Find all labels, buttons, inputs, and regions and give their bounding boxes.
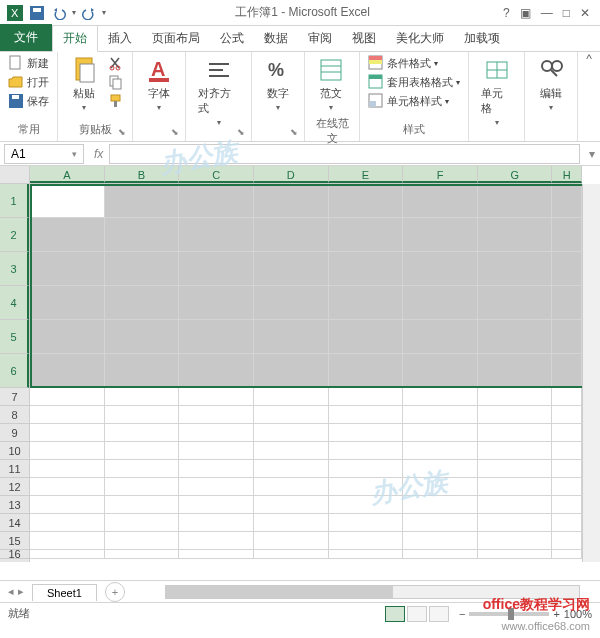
cell[interactable] [478,478,553,496]
zoom-slider[interactable] [469,612,549,616]
tab-page-layout[interactable]: 页面布局 [142,26,210,51]
conditional-format-button[interactable]: 条件格式▾ [366,54,462,72]
cell[interactable] [30,252,105,286]
cell[interactable] [329,460,404,478]
cell[interactable] [552,388,581,406]
tab-data[interactable]: 数据 [254,26,298,51]
cell[interactable] [552,514,581,532]
cell[interactable] [329,406,404,424]
cell[interactable] [552,184,581,218]
cell[interactable] [30,424,105,442]
cell[interactable] [179,252,254,286]
row-header[interactable]: 3 [0,252,29,286]
cell[interactable] [30,550,105,559]
sheet-next-icon[interactable]: ▸ [18,585,24,598]
sheet-tab[interactable]: Sheet1 [32,584,97,601]
cell[interactable] [403,252,478,286]
cell[interactable] [105,442,180,460]
cell[interactable] [30,286,105,320]
cell[interactable] [329,184,404,218]
row-header[interactable]: 7 [0,388,29,406]
cell[interactable] [179,442,254,460]
open-button[interactable]: 打开 [6,73,51,91]
tab-home[interactable]: 开始 [52,25,98,52]
table-format-button[interactable]: 套用表格格式▾ [366,73,462,91]
undo-icon[interactable] [50,4,68,22]
cell[interactable] [105,218,180,252]
cell[interactable] [478,532,553,550]
tab-insert[interactable]: 插入 [98,26,142,51]
cell[interactable] [329,252,404,286]
cell[interactable] [403,218,478,252]
cell[interactable] [105,496,180,514]
cell[interactable] [329,424,404,442]
alignment-button[interactable]: 对齐方式▾ [192,54,245,135]
scroll-thumb[interactable] [166,586,393,598]
cell[interactable] [478,320,553,354]
row-header[interactable]: 5 [0,320,29,354]
cell[interactable] [478,550,553,559]
cell[interactable] [478,442,553,460]
row-header[interactable]: 9 [0,424,29,442]
cell[interactable] [478,406,553,424]
cell[interactable] [179,478,254,496]
column-header[interactable]: G [478,166,553,183]
column-header[interactable]: E [329,166,404,183]
cell[interactable] [403,514,478,532]
cell[interactable] [254,442,329,460]
cell[interactable] [329,218,404,252]
cell[interactable] [403,286,478,320]
help-button[interactable]: ? [503,6,510,20]
horizontal-scrollbar[interactable] [165,585,580,599]
add-sheet-button[interactable]: + [105,582,125,602]
cell[interactable] [403,442,478,460]
cell[interactable] [30,354,105,388]
row-header[interactable]: 16 [0,550,29,559]
cell[interactable] [179,218,254,252]
cell[interactable] [30,442,105,460]
column-header[interactable]: A [30,166,105,183]
row-header[interactable]: 4 [0,286,29,320]
cell[interactable] [403,424,478,442]
cell[interactable] [30,460,105,478]
tab-beautify[interactable]: 美化大师 [386,26,454,51]
cut-button[interactable] [106,54,126,72]
row-header[interactable]: 1 [0,184,29,218]
tab-addins[interactable]: 加载项 [454,26,510,51]
cell[interactable] [254,514,329,532]
cell[interactable] [329,532,404,550]
cell[interactable] [478,218,553,252]
maximize-button[interactable]: □ [563,6,570,20]
row-header[interactable]: 8 [0,406,29,424]
cell[interactable] [179,424,254,442]
cell[interactable] [403,320,478,354]
row-header[interactable]: 6 [0,354,29,388]
column-header[interactable]: F [403,166,478,183]
row-header[interactable]: 13 [0,496,29,514]
column-header[interactable]: H [552,166,581,183]
cell[interactable] [552,252,581,286]
row-header[interactable]: 12 [0,478,29,496]
cell[interactable] [329,496,404,514]
cell[interactable] [30,184,105,218]
cell[interactable] [254,354,329,388]
cell[interactable] [403,550,478,559]
cell[interactable] [105,460,180,478]
page-break-view-button[interactable] [429,606,449,622]
cell[interactable] [254,424,329,442]
row-header[interactable]: 2 [0,218,29,252]
new-button[interactable]: 新建 [6,54,51,72]
redo-icon[interactable] [80,4,98,22]
chevron-down-icon[interactable]: ▾ [72,149,77,159]
dialog-launcher-icon[interactable]: ⬊ [118,127,126,137]
column-header[interactable]: C [179,166,254,183]
cell[interactable] [329,478,404,496]
cell[interactable] [403,354,478,388]
cell[interactable] [105,184,180,218]
collapse-ribbon-icon[interactable]: ^ [578,52,600,141]
zoom-out-button[interactable]: − [459,608,465,620]
expand-formula-bar-icon[interactable]: ▾ [584,147,600,161]
cell[interactable] [552,478,581,496]
cell[interactable] [179,286,254,320]
zoom-thumb[interactable] [508,608,514,620]
